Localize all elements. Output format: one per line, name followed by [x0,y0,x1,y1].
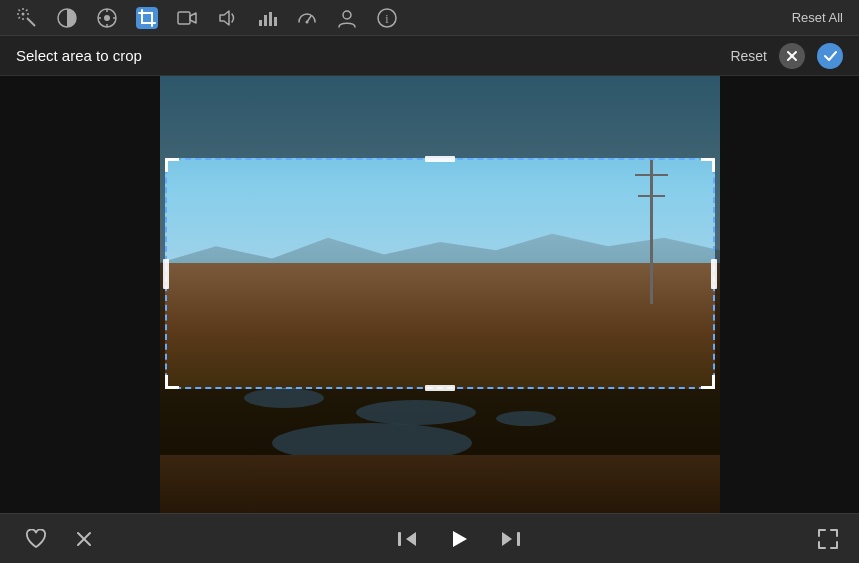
svg-rect-31 [398,532,401,546]
reset-all-button[interactable]: Reset All [792,10,843,25]
svg-point-11 [104,15,110,21]
svg-rect-19 [269,12,272,26]
action-bar-right: Reset [730,43,843,69]
svg-text:i: i [385,12,389,26]
svg-point-1 [22,12,25,15]
svg-line-6 [19,9,21,11]
person-icon[interactable] [336,7,358,29]
svg-rect-18 [264,15,267,26]
play-icon [448,528,470,550]
previous-icon [396,529,418,549]
x-icon [786,50,798,62]
svg-line-0 [27,18,35,26]
player-left-controls [20,523,100,555]
mid-handle-top[interactable] [425,156,455,162]
magic-wand-icon[interactable] [16,7,38,29]
fullscreen-icon [817,528,839,550]
fullscreen-button[interactable] [817,528,839,550]
mid-handle-right[interactable] [711,259,717,289]
svg-marker-33 [502,532,512,546]
main-content [0,76,859,545]
previous-button[interactable] [391,523,423,555]
crop-icon[interactable] [136,7,158,29]
chart-icon[interactable] [256,7,278,29]
crop-overlay-top [160,76,720,158]
action-bar: Select area to crop Reset [0,36,859,76]
volume-icon[interactable] [216,7,238,29]
checkmark-icon [824,51,837,61]
crop-selection-box[interactable] [165,158,715,389]
svg-rect-34 [517,532,520,546]
info-icon[interactable]: i [376,7,398,29]
player-bar [0,513,859,563]
confirm-button[interactable] [817,43,843,69]
select-area-label: Select area to crop [16,47,142,64]
favorite-button[interactable] [20,523,52,555]
top-toolbar: i Reset All [0,0,859,36]
corner-handle-top-right[interactable] [701,158,715,172]
video-icon[interactable] [176,7,198,29]
mid-handle-bottom[interactable] [425,385,455,391]
player-center-controls [391,523,527,555]
reset-button[interactable]: Reset [730,48,767,64]
contrast-icon[interactable] [56,7,78,29]
next-button[interactable] [495,523,527,555]
svg-line-7 [26,9,28,11]
svg-rect-20 [274,17,277,26]
color-wheel-icon[interactable] [96,7,118,29]
play-button[interactable] [443,523,475,555]
svg-line-8 [19,17,21,19]
heart-icon [25,529,47,549]
svg-marker-32 [453,531,467,547]
cancel-button[interactable] [779,43,805,69]
corner-handle-bottom-left[interactable] [165,375,179,389]
corner-handle-top-left[interactable] [165,158,179,172]
speedometer-icon[interactable] [296,7,318,29]
mid-handle-left[interactable] [163,259,169,289]
corner-handle-bottom-right[interactable] [701,375,715,389]
player-right-controls [817,528,839,550]
reject-button[interactable] [68,523,100,555]
svg-marker-30 [406,532,416,546]
x-mark-icon [74,529,94,549]
svg-rect-16 [178,12,190,24]
toolbar-icons: i [16,7,398,29]
svg-rect-17 [259,20,262,26]
svg-point-22 [306,20,309,23]
svg-point-23 [343,11,351,19]
next-icon [500,529,522,549]
